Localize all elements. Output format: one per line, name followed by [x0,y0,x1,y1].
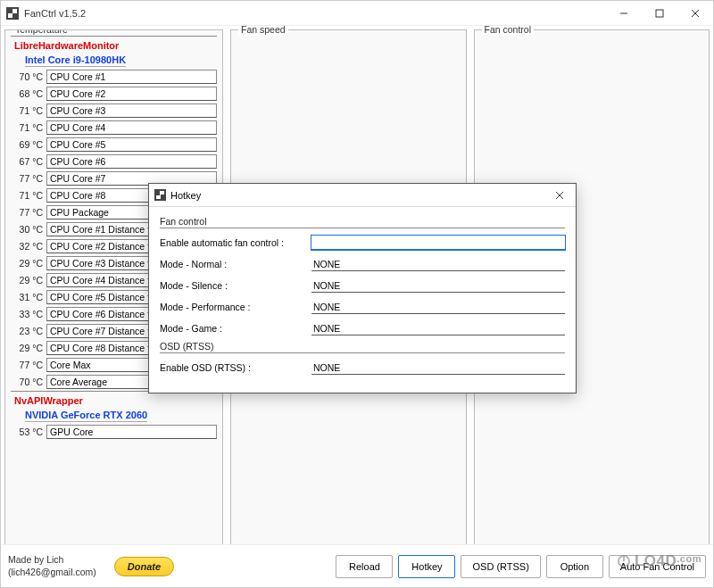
dialog-title: Hotkey [170,190,201,201]
hotkey-row: Mode - Performance : [160,298,565,316]
panel-label-fancontrol: Fan control [482,26,535,35]
credits-email: (lich426@gmail.com) [8,567,96,579]
dialog-body: Fan control Enable automatic fan control… [149,207,576,393]
reload-button[interactable]: Reload [336,555,393,578]
sensor-temp: 69 °C [11,139,46,150]
sensor-temp: 29 °C [11,258,46,269]
sensor-row: 70 °C [11,69,217,84]
hotkey-row-label: Mode - Normal : [160,259,311,269]
dialog-close-button[interactable] [547,186,572,205]
sensor-temp: 68 °C [11,88,46,99]
sensor-row: 53 °C [11,424,217,439]
device-header: Intel Core i9-10980HK [25,54,126,67]
window-title: FanCtrl v1.5.2 [24,8,86,19]
sensor-temp: 29 °C [11,275,46,286]
titlebar: FanCtrl v1.5.2 [1,1,713,26]
hotkey-dialog: Hotkey Fan control Enable automatic fan … [148,183,577,393]
source-header: NvAPIWrapper [14,395,217,406]
panel-label-fanspeed: Fan speed [238,26,288,35]
sensor-temp: 77 °C [11,360,46,370]
dialog-titlebar: Hotkey [149,184,576,207]
hotkey-row: Mode - Game : [160,319,565,337]
window-controls [606,1,713,26]
sensor-temp: 53 °C [11,427,46,437]
hotkey-row: Mode - Normal : [160,255,565,273]
hotkey-button[interactable]: Hotkey [398,555,455,578]
sensor-temp: 23 °C [11,326,46,336]
hotkey-row-label: Mode - Performance : [160,302,311,312]
panel-label-temperature: Temperature [12,29,71,35]
dialog-section-osd: OSD (RTSS) Enable OSD (RTSS) : [160,341,565,377]
maximize-button[interactable] [642,1,677,26]
hotkey-input[interactable] [311,236,565,250]
device-header: NVIDIA GeForce RTX 2060 [25,410,147,422]
hotkey-row-label: Mode - Game : [160,323,311,334]
dialog-section-label-osd: OSD (RTSS) [160,341,565,352]
hotkey-row: Enable OSD (RTSS) : [160,359,565,377]
sensor-row: 69 °C [11,137,217,152]
minimize-button[interactable] [606,1,642,26]
dialog-section-fancontrol: Fan control Enable automatic fan control… [160,216,565,337]
sensor-name-input[interactable] [46,154,217,169]
sensor-temp: 70 °C [11,71,46,82]
sensor-temp: 71 °C [11,122,46,133]
sensor-temp: 77 °C [11,173,46,184]
source-header: LibreHardwareMonitor [14,40,217,51]
sensor-name-input[interactable] [46,137,217,152]
hotkey-row: Mode - Silence : [160,277,565,294]
hotkey-row-label: Enable OSD (RTSS) : [160,362,311,373]
sensor-temp: 67 °C [11,156,46,167]
dialog-app-icon [154,189,166,201]
hotkey-row: Enable automatic fan control : [160,234,565,252]
sensor-name-input[interactable] [46,425,217,439]
sensor-row: 67 °C [11,153,217,169]
sensor-name-input[interactable] [46,87,217,101]
watermark: LO4D.com [617,552,702,570]
sensor-name-input[interactable] [46,104,217,118]
sensor-temp: 71 °C [11,105,46,116]
sensor-temp: 77 °C [11,207,46,218]
close-button[interactable] [677,1,713,26]
hotkey-input[interactable] [311,300,565,314]
donate-button[interactable]: Donate [114,557,174,576]
option-button[interactable]: Option [546,555,603,578]
svg-rect-1 [656,10,663,17]
app-icon [6,7,19,20]
hotkey-input[interactable] [311,257,565,271]
sensor-row: 71 °C [11,120,217,135]
hotkey-input[interactable] [311,360,565,375]
sensor-row: 68 °C [11,86,217,101]
sensor-temp: 32 °C [11,241,46,252]
dialog-section-label-fancontrol: Fan control [160,216,565,227]
sensor-name-input[interactable] [46,70,217,84]
credits: Made by Lich (lich426@gmail.com) [8,554,96,578]
footer: Made by Lich (lich426@gmail.com) Donate … [1,544,713,587]
credits-author: Made by Lich [8,554,96,567]
sensor-name-input[interactable] [46,120,217,135]
sensor-row: 71 °C [11,103,217,118]
sensor-temp: 70 °C [11,377,46,387]
hotkey-input[interactable] [311,278,565,293]
sensor-temp: 71 °C [11,190,46,201]
sensor-temp: 30 °C [11,224,46,235]
hotkey-row-label: Mode - Silence : [160,280,311,291]
sensor-temp: 31 °C [11,292,46,302]
hotkey-input[interactable] [311,321,565,335]
sensor-temp: 29 °C [11,343,46,353]
hotkey-row-label: Enable automatic fan control : [160,237,311,248]
sensor-temp: 33 °C [11,309,46,319]
osd-button[interactable]: OSD (RTSS) [461,555,540,578]
